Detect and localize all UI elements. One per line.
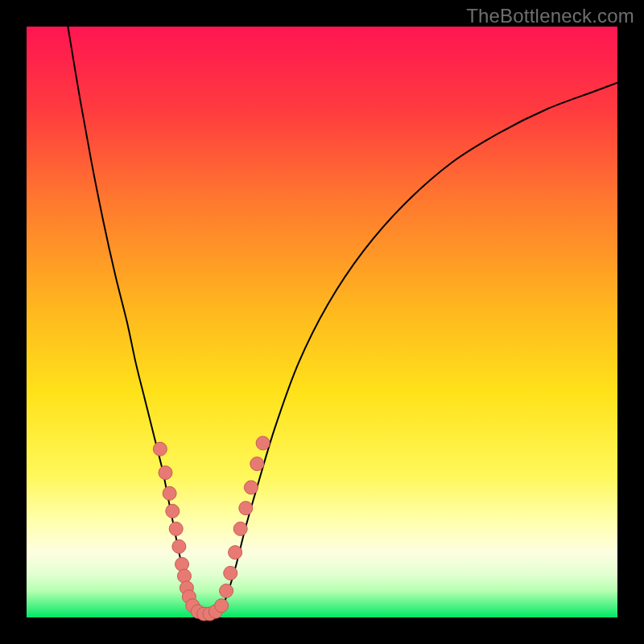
chart-frame: TheBottleneck.com: [0, 0, 644, 644]
highlight-dot: [233, 522, 247, 535]
curve-group: [68, 27, 617, 615]
highlight-dot: [177, 569, 191, 583]
highlight-dot: [172, 539, 186, 553]
highlight-dot: [175, 557, 189, 571]
highlight-dot: [250, 457, 264, 471]
highlight-dot: [159, 466, 172, 480]
highlight-dot: [256, 436, 270, 450]
highlight-dot: [153, 442, 167, 456]
highlight-dot: [166, 504, 180, 518]
highlight-dot: [169, 522, 183, 535]
dots-group: [153, 436, 270, 621]
highlight-dot: [215, 599, 229, 613]
highlight-dot: [220, 584, 233, 597]
watermark-text: TheBottleneck.com: [466, 5, 634, 27]
curve-right-branch: [221, 83, 617, 609]
highlight-dot: [244, 481, 258, 494]
curve-left-branch: [68, 27, 193, 609]
chart-svg: [27, 27, 617, 617]
highlight-dot: [163, 486, 176, 500]
highlight-dot: [239, 502, 253, 515]
highlight-dot: [229, 546, 242, 559]
highlight-dot: [224, 566, 237, 580]
